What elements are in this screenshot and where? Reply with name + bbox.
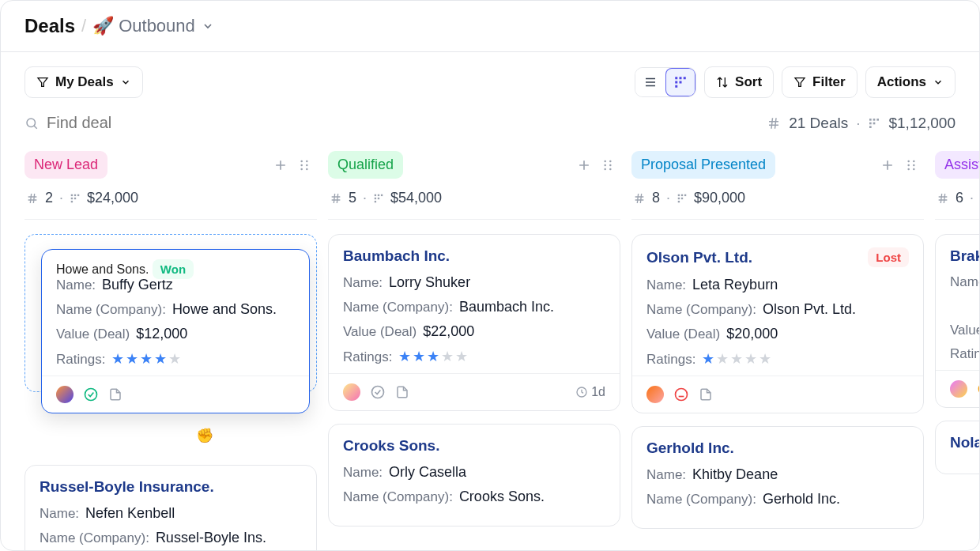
deal-card[interactable]: Gerhold Inc. Name:Khitby Deane Name (Com…	[631, 426, 924, 529]
hash-icon	[330, 192, 342, 205]
field-label: Name:	[56, 277, 96, 293]
view-toggle	[635, 67, 696, 97]
kanban-icon	[673, 75, 688, 89]
check-circle-icon[interactable]	[977, 381, 979, 397]
svg-rect-6	[684, 77, 686, 79]
stage-pill[interactable]: Assist	[935, 151, 979, 179]
drag-handle-icon[interactable]	[600, 157, 616, 173]
plus-icon[interactable]	[576, 157, 592, 173]
search[interactable]	[24, 114, 220, 132]
field-label: Value (Deal)	[56, 326, 130, 342]
deal-card[interactable]: Braku Name: Value (Deal) Rating	[935, 234, 979, 408]
company-name: Howe and Sons.	[172, 301, 277, 318]
avatar[interactable]	[343, 383, 360, 401]
column-count: 5	[349, 190, 356, 206]
deal-card[interactable]: Olson Pvt. Ltd. Lost Name:Leta Reyburn N…	[631, 234, 924, 413]
deal-card[interactable]: Howe and Sons. Won Name:Buffy Gertz Name…	[41, 249, 310, 413]
list-view-button[interactable]	[635, 68, 665, 96]
pipeline-selector[interactable]: 🚀 Outbound	[92, 16, 214, 36]
column-count: 6	[956, 190, 963, 206]
deal-card[interactable]: Baumbach Inc. Name:Lorry Shuker Name (Co…	[328, 234, 620, 411]
field-label: Name:	[343, 465, 383, 481]
deal-card[interactable]: Russel-Boyle Insurance. Name:Nefen Kenbe…	[24, 465, 317, 550]
svg-rect-78	[681, 197, 683, 198]
kanban-view-button[interactable]	[665, 68, 695, 96]
document-icon[interactable]	[108, 387, 122, 402]
drag-handle-icon[interactable]	[296, 157, 312, 173]
rating-stars: ★★★★★	[702, 350, 771, 368]
chevron-down-icon	[202, 20, 214, 32]
drop-placeholder[interactable]: Howe and Sons. Won Name:Buffy Gertz Name…	[24, 234, 317, 392]
avatar[interactable]	[950, 380, 967, 398]
field-label: Name (Company):	[56, 302, 166, 318]
field-label: Name:	[40, 506, 79, 522]
svg-point-11	[27, 119, 36, 127]
svg-rect-9	[675, 85, 677, 88]
document-icon[interactable]	[395, 385, 409, 399]
plus-icon[interactable]	[273, 157, 288, 173]
svg-point-64	[907, 160, 910, 162]
filter-button[interactable]: Filter	[782, 66, 858, 98]
rating-stars: ★★★★★	[398, 348, 468, 365]
svg-point-46	[604, 168, 606, 170]
company-name: Russel-Boyle Ins.	[156, 530, 266, 546]
filter-icon	[793, 76, 806, 89]
deal-card[interactable]: Crooks Sons. Name:Orly Casella Name (Com…	[328, 424, 620, 526]
column-meta: 6 ·	[935, 179, 979, 220]
stage-pill[interactable]: Qualified	[328, 151, 403, 179]
svg-point-26	[300, 164, 303, 166]
kanban-icon	[868, 117, 880, 130]
plus-icon[interactable]	[880, 157, 895, 173]
column-new-lead: New Lead 2 · $24,000 Howe and Sons.	[24, 151, 317, 550]
my-deals-button[interactable]: My Deals	[24, 66, 143, 98]
avatar[interactable]	[56, 386, 74, 403]
stage-pill[interactable]: New Lead	[24, 151, 107, 179]
sort-button[interactable]: Sort	[704, 66, 774, 98]
svg-line-85	[944, 194, 944, 203]
alert-circle-icon[interactable]	[673, 387, 689, 402]
document-icon[interactable]	[699, 387, 713, 402]
deal-card[interactable]: Nolan	[935, 421, 979, 474]
contact-name: Leta Reyburn	[692, 277, 778, 293]
deal-title: Olson Pvt. Ltd.	[646, 249, 752, 266]
list-icon	[643, 75, 658, 89]
pipeline-name: Outbound	[119, 16, 195, 36]
svg-rect-22	[869, 126, 872, 128]
check-circle-icon[interactable]	[83, 387, 99, 402]
svg-point-65	[907, 164, 910, 166]
search-icon	[24, 116, 39, 130]
svg-point-66	[907, 168, 910, 170]
hash-icon	[26, 192, 39, 205]
svg-rect-38	[71, 197, 73, 198]
svg-rect-17	[869, 119, 872, 121]
svg-rect-58	[378, 197, 379, 198]
company-name: Crooks Sons.	[459, 489, 545, 505]
avatar[interactable]	[646, 386, 664, 403]
column-proposal: Proposal Presented 8 · $90,000 Olson Pvt…	[631, 151, 924, 550]
svg-line-73	[640, 194, 641, 203]
svg-line-84	[940, 194, 941, 203]
field-label: Name:	[646, 277, 686, 293]
check-circle-icon[interactable]	[370, 384, 386, 400]
chevron-down-icon	[933, 77, 944, 88]
search-input[interactable]	[47, 114, 220, 132]
svg-rect-40	[71, 200, 73, 202]
svg-line-34	[33, 194, 34, 203]
field-label: Name (Company):	[646, 492, 756, 508]
svg-rect-57	[375, 197, 376, 198]
svg-rect-54	[375, 194, 376, 195]
svg-rect-35	[71, 194, 73, 195]
field-label: Ratings:	[343, 349, 392, 365]
deal-value: $12,000	[136, 326, 187, 342]
drag-handle-icon[interactable]	[903, 157, 919, 173]
svg-line-33	[30, 194, 31, 203]
deal-value: $22,000	[423, 323, 474, 340]
stage-pill[interactable]: Proposal Presented	[631, 151, 775, 179]
svg-line-12	[34, 126, 37, 129]
deal-value: $20,000	[726, 326, 778, 342]
field-label: Value (Deal)	[950, 323, 979, 338]
svg-point-45	[604, 164, 606, 166]
status-badge: Lost	[868, 247, 909, 267]
actions-button[interactable]: Actions	[865, 66, 956, 98]
deal-title: Howe and Sons.	[56, 262, 149, 276]
